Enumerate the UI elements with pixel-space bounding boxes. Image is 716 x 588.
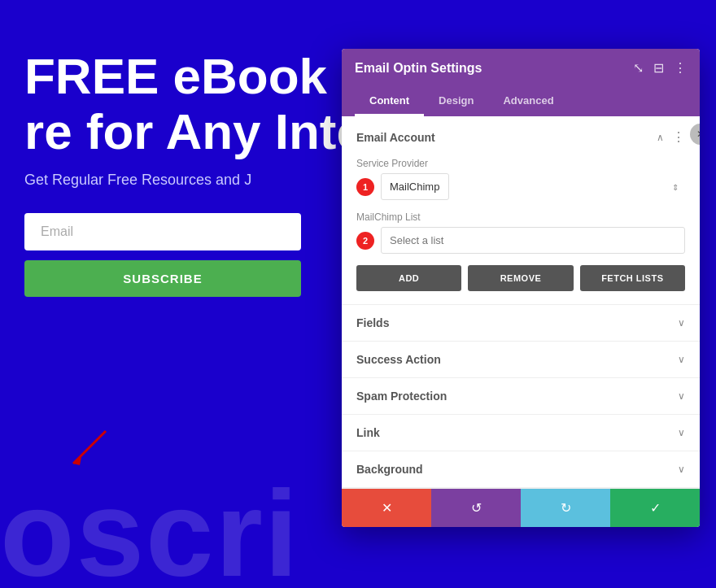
section-link-header[interactable]: Link ∨ [342,415,700,451]
mailchimp-list-group: MailChimp List 2 [356,211,685,254]
section-success-action-title: Success Action [356,353,441,366]
redo-icon: ↻ [561,500,571,516]
save-icon: ✓ [650,500,661,516]
section-background-title: Background [356,463,423,476]
section-email-account-body: Service Provider 1 MailChimp MailChimp L… [342,158,700,304]
bg-large-text: oscri [0,464,300,588]
undo-icon: ↺ [471,500,482,516]
chevron-down-icon-2: ∨ [678,354,685,365]
section-more-icon[interactable]: ⋮ [672,129,685,145]
bg-email-input: Email [24,213,301,250]
section-success-action: Success Action ∨ [342,342,700,378]
section-fields-title: Fields [356,316,389,329]
section-success-action-header[interactable]: Success Action ∨ [342,342,700,377]
close-icon: ✕ [696,128,700,140]
chevron-down-icon-5: ∨ [678,464,685,475]
service-provider-select-wrapper: MailChimp [381,173,685,200]
section-link-title: Link [356,426,380,439]
modal-header: Email Optin Settings ⤡ ⊟ ⋮ [342,49,700,87]
mailchimp-list-label: MailChimp List [356,211,685,223]
service-provider-row: 1 MailChimp [356,173,685,200]
section-spam-protection-header[interactable]: Spam Protection ∨ [342,378,700,414]
service-provider-group: Service Provider 1 MailChimp [356,158,685,200]
tab-advanced[interactable]: Advanced [488,87,568,116]
section-spam-protection-title: Spam Protection [356,390,447,403]
section-fields-header[interactable]: Fields ∨ [342,305,700,341]
remove-button[interactable]: REMOVE [468,265,573,291]
section-fields: Fields ∨ [342,305,700,342]
service-provider-label: Service Provider [356,158,685,169]
cancel-button[interactable]: ✕ [342,489,431,527]
fetch-lists-button[interactable]: FETCH LISTS [580,265,685,291]
service-provider-select[interactable]: MailChimp [381,173,449,200]
modal-tabs: Content Design Advanced [342,87,700,116]
tab-content[interactable]: Content [355,87,424,116]
section-link: Link ∨ [342,415,700,451]
email-optin-settings-modal: Email Optin Settings ⤡ ⊟ ⋮ Content Desig… [342,49,700,527]
chevron-down-icon-4: ∨ [678,427,685,438]
modal-title: Email Optin Settings [355,61,482,76]
account-btn-group: ADD REMOVE FETCH LISTS [356,265,685,291]
section-email-account-title: Email Account [356,131,435,144]
section-email-account-title-group: Email Account [356,131,435,144]
step-2-badge: 2 [356,232,374,250]
cancel-icon: ✕ [382,500,392,516]
modal-footer: ✕ ↺ ↻ ✓ [342,488,700,527]
undo-button[interactable]: ↺ [431,489,521,527]
section-background-header[interactable]: Background ∨ [342,451,700,487]
chevron-up-icon: ∧ [657,132,664,143]
modal-body: Email Account ∧ ⋮ Service Provider 1 Mai… [342,116,700,488]
bg-form: Email SUBSCRIBE [24,213,301,297]
bg-subtitle: Get Regular Free Resources and J [0,159,251,189]
chevron-down-icon-3: ∨ [678,390,685,402]
mailchimp-list-input[interactable] [381,227,685,254]
svg-line-0 [73,431,106,464]
tab-design[interactable]: Design [424,87,488,116]
expand-icon[interactable]: ⤡ [633,60,644,76]
modal-header-icons: ⤡ ⊟ ⋮ [633,60,687,76]
more-options-icon[interactable]: ⋮ [674,60,687,76]
save-button[interactable]: ✓ [610,489,700,527]
arrow-indicator [65,423,114,472]
add-button[interactable]: ADD [356,265,461,291]
mailchimp-list-row: 2 [356,227,685,254]
chevron-down-icon: ∨ [678,317,685,329]
section-email-account-header[interactable]: Email Account ∧ ⋮ [342,116,700,158]
section-spam-protection: Spam Protection ∨ [342,378,700,415]
bg-subscribe-button: SUBSCRIBE [24,260,301,297]
section-email-account: Email Account ∧ ⋮ Service Provider 1 Mai… [342,116,700,305]
step-1-badge: 1 [356,178,374,196]
section-background: Background ∨ [342,451,700,488]
columns-icon[interactable]: ⊟ [653,60,664,76]
redo-button[interactable]: ↻ [521,489,610,527]
